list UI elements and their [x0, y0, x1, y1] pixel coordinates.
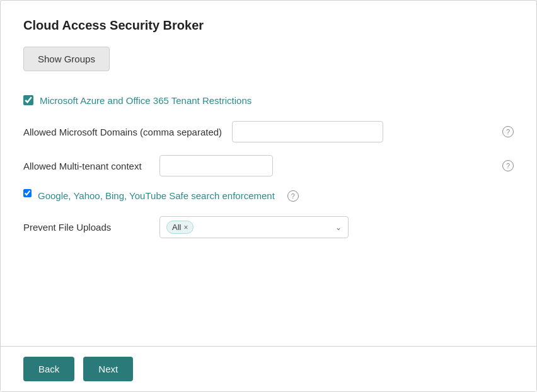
safe-search-row: Google, Yahoo, Bing, YouTube Safe search… [23, 189, 514, 202]
prevent-uploads-select[interactable]: All × ⌄ [159, 216, 349, 238]
tenant-restrictions-checkbox[interactable] [23, 95, 33, 105]
all-tag-remove[interactable]: × [183, 224, 188, 231]
select-arrow-icon: ⌄ [335, 223, 342, 232]
allowed-domains-help-icon[interactable]: ? [502, 126, 514, 137]
form-section: Microsoft Azure and Office 365 Tenant Re… [23, 94, 514, 238]
allowed-domains-row: Allowed Microsoft Domains (comma separat… [23, 121, 514, 142]
modal-footer: Back Next [1, 347, 536, 391]
all-tag-label: All [172, 222, 181, 232]
modal-body: Cloud Access Security Broker Show Groups… [1, 1, 536, 346]
safe-search-help-icon[interactable]: ? [287, 190, 299, 202]
multi-tenant-input[interactable] [159, 155, 273, 176]
safe-search-label: Google, Yahoo, Bing, YouTube Safe search… [38, 189, 275, 202]
page-title: Cloud Access Security Broker [23, 18, 514, 33]
back-button[interactable]: Back [23, 357, 74, 381]
next-button[interactable]: Next [83, 357, 133, 381]
multi-tenant-label: Allowed Multi-tenant context [23, 161, 149, 171]
allowed-domains-input[interactable] [232, 121, 383, 142]
safe-search-checkbox[interactable] [23, 189, 32, 197]
show-groups-button[interactable]: Show Groups [23, 47, 110, 71]
prevent-uploads-row: Prevent File Uploads All × ⌄ [23, 216, 514, 238]
all-tag: All × [166, 221, 193, 234]
modal-container: Cloud Access Security Broker Show Groups… [0, 0, 537, 392]
safe-search-content: Google, Yahoo, Bing, YouTube Safe search… [23, 189, 514, 202]
tenant-restrictions-row: Microsoft Azure and Office 365 Tenant Re… [23, 94, 514, 107]
prevent-uploads-label: Prevent File Uploads [23, 222, 149, 233]
allowed-domains-label: Allowed Microsoft Domains (comma separat… [23, 127, 222, 137]
multi-tenant-row: Allowed Multi-tenant context ? [23, 155, 514, 176]
multi-tenant-help-icon[interactable]: ? [502, 160, 514, 171]
tenant-restrictions-label: Microsoft Azure and Office 365 Tenant Re… [40, 94, 251, 107]
